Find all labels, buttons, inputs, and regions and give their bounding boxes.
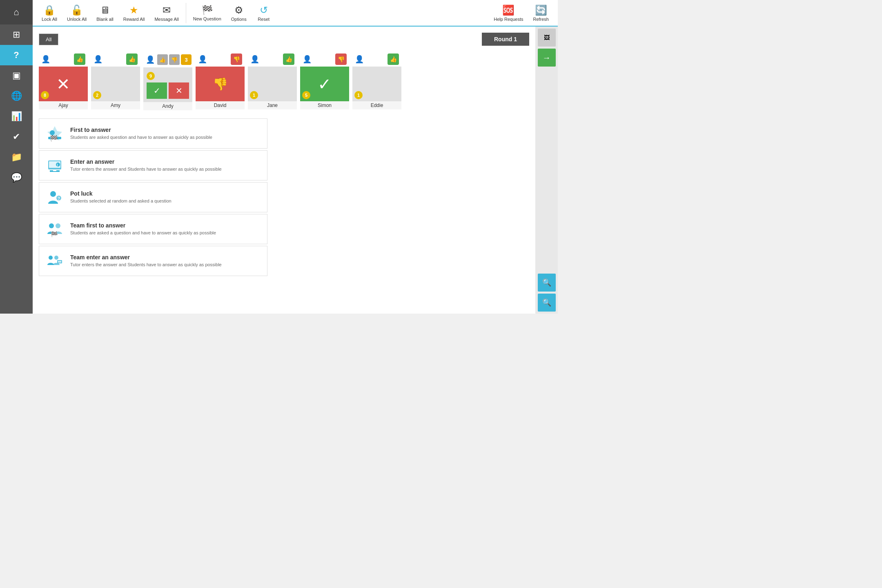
blank-all-button[interactable]: 🖥 Blank all [91,2,118,24]
flag-icon: 🏁 [202,5,213,16]
question-type-pot-luck[interactable]: ? Pot luck Students selected at random a… [39,182,267,212]
sidebar-item-folder[interactable]: 📁 [0,147,33,167]
sidebar-item-window[interactable]: ▣ [0,65,33,86]
reward-all-button[interactable]: ★ Reward All [118,2,150,24]
round-button[interactable]: Round 1 [482,33,529,46]
simon-tile: ✓ 5 [300,67,349,101]
ajay-name: Ajay [39,101,88,109]
team-enter-an-answer-title: Team enter an answer [70,254,222,261]
options-label: Options [231,17,247,22]
simon-tile-icon: ✓ [318,75,332,94]
reset-label: Reset [258,17,270,22]
amy-tile: 2 [91,67,140,101]
amy-badge: 2 [93,91,101,99]
amy-action-button[interactable]: 👍 [126,53,138,65]
filter-bar: All Round 1 [39,33,529,46]
svg-text:🏁: 🏁 [51,231,58,237]
andy-thumbdown-button[interactable]: 👎 [169,54,180,65]
pot-luck-text: Pot luck Students selected at random and… [70,190,172,204]
andy-tile-check: ✓ [147,82,167,99]
sidebar: ⌂ ⊞ ? ▣ 🌐 📊 ✔ 📁 💬 [0,0,33,314]
david-avatar-bar: 👤 👎 [196,52,245,67]
refresh-button[interactable]: 🔄 Refresh [528,2,554,24]
zoom-in-button[interactable]: 🔍 [538,274,556,292]
message-all-button[interactable]: ✉ Message All [149,2,183,24]
home-icon: ⌂ [13,7,19,18]
first-to-answer-icon: 🏁 [46,125,64,143]
question-type-team-enter-an-answer[interactable]: Team enter an answer Tutor enters the an… [39,246,267,276]
eddie-badge: 1 [354,91,363,99]
team-first-to-answer-text: Team first to answer Students are asked … [70,222,216,236]
ajay-badge: 8 [41,91,49,99]
eddie-avatar-icon: 👤 [355,55,364,64]
ajay-tile: ✕ 8 [39,67,88,101]
grid-icon: ⊞ [13,29,20,40]
sidebar-item-home[interactable]: ⌂ [0,0,33,24]
first-to-answer-text: First to answer Students are asked quest… [70,127,212,140]
jane-avatar-icon: 👤 [250,55,259,64]
jane-tile: 1 [248,67,297,101]
simon-badge: 5 [302,91,310,99]
reward-all-label: Reward All [123,17,145,22]
thumbnail-button[interactable]: 🖼 [538,29,556,47]
sidebar-item-chart[interactable]: 📊 [0,106,33,127]
lock-all-label: Lock All [42,17,57,22]
svg-text:🏁: 🏁 [50,135,58,142]
eddie-action-button[interactable]: 👍 [388,53,399,65]
ajay-action-button[interactable]: 👍 [74,53,85,65]
arrow-right-button[interactable]: → [538,49,556,67]
sidebar-item-grid[interactable]: ⊞ [0,24,33,45]
eddie-tile: 1 [352,67,401,101]
simon-name: Simon [300,101,349,109]
main-panel: All Round 1 👤 👍 ✕ 8 [33,27,535,314]
question-type-team-first-to-answer[interactable]: 🏁 Team first to answer Students are aske… [39,214,267,244]
svg-point-14 [49,223,54,228]
svg-point-2 [50,130,55,135]
enter-an-answer-text: Enter an answer Tutor enters the answer … [70,158,222,172]
simon-action-button[interactable]: 👎 [335,53,347,65]
monitor-icon: 🖥 [100,4,110,16]
jane-name: Jane [248,101,297,109]
question-type-enter-an-answer[interactable]: ! Enter an answer Tutor enters the answe… [39,150,267,180]
globe-icon: 🌐 [11,91,22,101]
gear-icon: ⚙ [234,4,243,16]
sidebar-item-question[interactable]: ? [0,45,33,65]
chat-icon: 💬 [11,172,22,183]
jane-action-button[interactable]: 👍 [283,53,294,65]
zoom-out-button[interactable]: 🔍 [538,294,556,312]
david-tile: 👎 [196,67,245,101]
chart-icon: 📊 [11,111,22,122]
question-icon: ? [13,50,19,60]
sidebar-item-chat[interactable]: 💬 [0,167,33,188]
filter-tab-all[interactable]: All [39,33,58,45]
student-card-amy: 👤 👍 2 Amy [91,52,140,110]
svg-rect-8 [51,171,59,172]
svg-point-15 [56,223,60,228]
filter-tab-all-label: All [46,36,51,42]
eddie-name: Eddie [352,101,401,109]
help-requests-button[interactable]: 🆘 Help Requests [489,2,528,24]
lock-all-button[interactable]: 🔒 Lock All [37,2,62,24]
unlock-icon: 🔓 [71,4,83,16]
blank-all-label: Blank all [96,17,114,22]
andy-thumbup-button[interactable]: 👍 [157,54,168,65]
sidebar-item-checklist[interactable]: ✔ [0,127,33,147]
students-row: 👤 👍 ✕ 8 Ajay 👤 👍 2 [39,52,529,110]
first-to-answer-title: First to answer [70,127,212,133]
lock-icon: 🔒 [43,4,56,16]
team-enter-an-answer-icon [46,252,64,270]
andy-vote-bar: 👍 👎 3 [155,53,194,66]
question-type-first-to-answer[interactable]: 🏁 First to answer Students are asked que… [39,118,267,149]
andy-avatar-bar: 👤 👍 👎 3 [143,52,192,67]
new-question-button[interactable]: 🏁 New Question [188,3,226,23]
team-first-to-answer-icon: 🏁 [46,220,64,238]
unlock-all-button[interactable]: 🔓 Unlock All [62,2,91,24]
david-action-button[interactable]: 👎 [231,53,242,65]
refresh-icon: 🔄 [535,4,547,16]
main-content: 🔒 Lock All 🔓 Unlock All 🖥 Blank all ★ Re… [33,0,558,314]
reset-button[interactable]: ↺ Reset [252,2,276,24]
sidebar-item-globe[interactable]: 🌐 [0,86,33,106]
options-button[interactable]: ⚙ Options [226,2,252,24]
svg-point-11 [50,191,56,197]
andy-tile: 9 ✓ ✕ [143,67,192,102]
